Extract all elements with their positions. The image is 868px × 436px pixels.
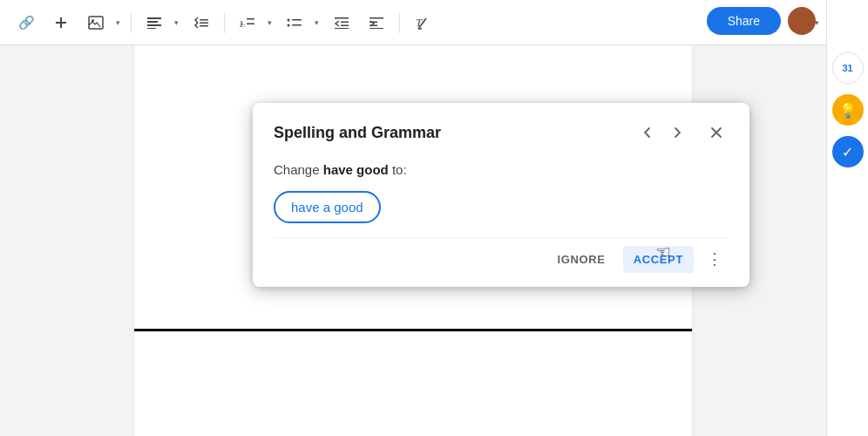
divider-1: [131, 12, 132, 33]
svg-rect-21: [341, 24, 349, 26]
svg-rect-23: [370, 17, 383, 19]
svg-rect-9: [200, 22, 208, 24]
svg-rect-7: [147, 28, 156, 29]
add-icon[interactable]: [45, 7, 77, 38]
svg-rect-14: [247, 23, 254, 24]
ordered-list-dropdown-icon[interactable]: ▾: [263, 7, 275, 38]
unordered-list-dropdown-icon[interactable]: ▾: [310, 7, 322, 38]
svg-rect-19: [335, 17, 349, 19]
svg-rect-26: [370, 28, 383, 29]
avatar[interactable]: [788, 7, 816, 35]
svg-rect-1: [56, 22, 66, 24]
checkmark-icon: ✓: [842, 144, 853, 160]
svg-rect-5: [147, 21, 158, 23]
top-right-area: Share: [707, 7, 816, 35]
ideas-sidebar-icon[interactable]: 💡: [832, 94, 864, 126]
dialog-body: Change have good to: have a good: [274, 162, 729, 237]
suggestion-pill[interactable]: have a good: [274, 191, 381, 223]
change-description: Change have good to:: [274, 162, 729, 177]
align-group[interactable]: ▾: [139, 7, 182, 38]
svg-rect-20: [341, 21, 349, 23]
svg-text:2.: 2.: [240, 22, 245, 28]
svg-rect-10: [200, 25, 208, 27]
document-line: [134, 329, 692, 331]
calendar-sidebar-icon[interactable]: 31: [832, 52, 864, 84]
increase-indent-icon[interactable]: [361, 7, 392, 38]
align-dropdown-icon[interactable]: ▾: [170, 7, 182, 38]
dialog-nav: [634, 120, 690, 145]
svg-point-3: [92, 19, 94, 22]
next-nav-button[interactable]: [666, 120, 690, 145]
svg-rect-16: [292, 19, 302, 21]
ignore-button[interactable]: IGNORE: [546, 246, 615, 273]
image-icon[interactable]: [80, 7, 112, 38]
divider-3: [399, 12, 400, 33]
svg-rect-18: [292, 24, 302, 26]
ordered-list-icon[interactable]: 1.2.: [232, 7, 263, 38]
align-icon[interactable]: [139, 7, 170, 38]
divider-2: [224, 12, 225, 33]
right-sidebar: 31 💡 ✓: [826, 0, 868, 436]
tasks-sidebar-icon[interactable]: ✓: [832, 136, 864, 167]
more-options-button[interactable]: ⋮: [701, 245, 729, 273]
unordered-list-group[interactable]: ▾: [279, 7, 322, 38]
svg-rect-6: [147, 24, 161, 26]
share-button[interactable]: Share: [707, 7, 781, 35]
image-dropdown-icon[interactable]: ▾: [112, 7, 124, 38]
dialog-footer: IGNORE ACCEPT ⋮ ☞: [274, 237, 729, 273]
line-spacing-icon[interactable]: [186, 7, 217, 38]
close-button[interactable]: [704, 120, 729, 145]
dialog-header: Spelling and Grammar: [274, 120, 729, 145]
image-icon-group[interactable]: ▾: [80, 7, 124, 38]
svg-rect-12: [247, 18, 254, 20]
svg-rect-8: [200, 19, 208, 21]
dialog-title: Spelling and Grammar: [274, 124, 441, 142]
svg-rect-25: [370, 24, 377, 26]
svg-point-17: [288, 24, 290, 26]
svg-point-15: [288, 18, 290, 21]
svg-rect-24: [370, 21, 377, 23]
svg-rect-4: [147, 17, 161, 19]
ordered-list-group[interactable]: 1.2. ▾: [232, 7, 275, 38]
bulb-icon: 💡: [839, 102, 857, 119]
decrease-indent-icon[interactable]: [326, 7, 357, 38]
svg-rect-22: [335, 28, 349, 29]
unordered-list-icon[interactable]: [279, 7, 310, 38]
change-word: have good: [323, 162, 389, 177]
calendar-icon: 31: [842, 63, 852, 73]
spelling-grammar-dialog: Spelling and Grammar Change have good to…: [253, 103, 749, 287]
prev-nav-button[interactable]: [634, 120, 659, 145]
link-icon[interactable]: 🔗: [10, 7, 42, 38]
accept-button[interactable]: ACCEPT: [623, 246, 694, 273]
clear-formatting-icon[interactable]: T: [407, 7, 438, 38]
